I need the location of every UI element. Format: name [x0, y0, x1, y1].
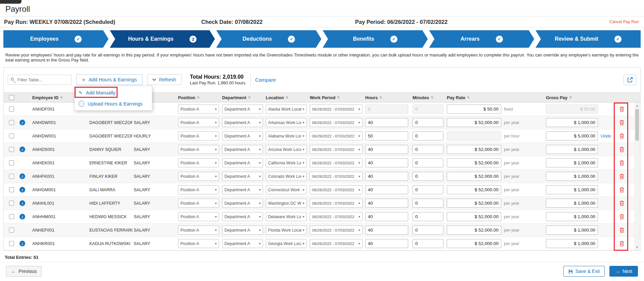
previous-button[interactable]: ← Previous	[6, 266, 42, 277]
gross-pay-input[interactable]: $ 5,000.00	[546, 131, 598, 140]
department-select[interactable]: Department A▾	[222, 145, 263, 154]
hours-input[interactable]: 40	[365, 212, 408, 221]
wizard-step[interactable]: Deductions ✓	[216, 30, 321, 48]
department-select[interactable]: Department A▾	[222, 185, 263, 194]
gross-pay-input[interactable]: $ 1,000.00	[546, 239, 598, 248]
row-checkbox[interactable]	[9, 120, 14, 125]
hours-input[interactable]: 40	[365, 185, 408, 194]
minutes-input[interactable]: 0	[413, 239, 443, 248]
location-select[interactable]: Alaska Work Locatio▾	[266, 105, 307, 114]
gross-pay-input[interactable]: $ 1,000.00	[546, 172, 598, 181]
filter-table-input[interactable]	[8, 75, 72, 85]
gross-pay-input[interactable]: $ 1,000.00	[546, 226, 598, 235]
delete-row-button[interactable]	[619, 147, 624, 152]
pay-rate-input[interactable]: $ 52,000.00	[447, 158, 501, 167]
row-checkbox[interactable]	[9, 174, 14, 179]
select-all-checkbox[interactable]	[9, 95, 14, 100]
pay-rate-input[interactable]: $ 52,000.00	[447, 199, 501, 208]
work-period-select[interactable]: 06/26/2022 - 07/03/2022▾	[310, 118, 362, 127]
minutes-input[interactable]: 0	[413, 185, 443, 194]
department-select[interactable]: Department A▾	[222, 105, 263, 114]
scrollbar-thumb[interactable]	[635, 109, 639, 141]
location-select[interactable]: Delaware Work Loca▾	[266, 212, 307, 221]
position-select[interactable]: Position A▾	[178, 212, 219, 221]
minutes-input[interactable]: 0	[413, 118, 443, 127]
wizard-step[interactable]: Arrears ✓	[429, 30, 534, 48]
info-icon[interactable]: i	[19, 173, 25, 179]
info-icon[interactable]: i	[19, 120, 25, 125]
department-select[interactable]: Department A▾	[222, 131, 263, 140]
location-select[interactable]: Connecticut Work Lc▾	[266, 185, 307, 194]
delete-row-button[interactable]	[619, 106, 624, 112]
location-select[interactable]: Colorado Work Loca▾	[266, 172, 307, 181]
location-select[interactable]: Arizona Work Locati▾	[266, 145, 307, 154]
work-period-select[interactable]: 06/26/2022 - 07/03/2022▾	[310, 158, 362, 167]
row-checkbox[interactable]	[9, 133, 14, 138]
minutes-input[interactable]: 0	[413, 145, 443, 154]
gross-pay-input[interactable]: $ 1,000.00	[546, 212, 598, 221]
export-button[interactable]	[624, 74, 636, 85]
department-select[interactable]: Department A▾	[222, 239, 263, 248]
position-select[interactable]: Position A▾	[178, 105, 219, 114]
save-exit-button[interactable]: Save & Exit	[563, 266, 605, 277]
gross-pay-input[interactable]: $ 1,000.00	[546, 185, 598, 194]
location-select[interactable]: Georgia Work Locati▾	[266, 239, 307, 248]
pay-rate-input[interactable]: $ 52,000.00	[447, 239, 501, 248]
position-select[interactable]: Position A▾	[178, 226, 219, 235]
pay-rate-input[interactable]: $ 52,000.00	[447, 172, 501, 181]
info-icon[interactable]: i	[19, 214, 25, 219]
delete-row-button[interactable]	[619, 214, 624, 219]
delete-row-button[interactable]	[619, 187, 624, 193]
minutes-input[interactable]: 0	[413, 172, 443, 181]
position-select[interactable]: Position A▾	[178, 239, 219, 248]
info-icon[interactable]: i	[19, 187, 25, 193]
location-select[interactable]: California Work Loca▾	[266, 158, 307, 167]
location-select[interactable]: Florida Work Locatic▾	[266, 226, 307, 235]
row-checkbox[interactable]	[9, 201, 14, 206]
hours-input[interactable]: 40	[365, 145, 408, 154]
hours-input[interactable]: 50	[365, 131, 408, 140]
delete-row-button[interactable]	[619, 200, 624, 206]
header-department[interactable]: Department	[222, 95, 246, 100]
work-period-select[interactable]: 06/26/2022 - 07/03/2022▾	[310, 239, 362, 248]
department-select[interactable]: Department A▾	[222, 212, 263, 221]
header-position[interactable]: Position	[178, 95, 195, 100]
minutes-input[interactable]: 0	[413, 212, 443, 221]
hours-input[interactable]: 40	[365, 172, 408, 181]
department-select[interactable]: Department A▾	[222, 158, 263, 167]
pay-rate-input[interactable]: $ 50.00	[447, 105, 501, 114]
wizard-step[interactable]: Review & Submit ✓	[535, 30, 641, 48]
menu-item-upload-hours[interactable]: ↑ Upload Hours & Earnings	[75, 98, 152, 109]
position-select[interactable]: Position A▾	[178, 158, 219, 167]
position-select[interactable]: Position A▾	[178, 199, 219, 208]
add-hours-earnings-button[interactable]: + Add Hours & Earnings	[76, 74, 142, 85]
pay-rate-input[interactable]: $ 52,000.00	[447, 118, 501, 127]
minutes-input[interactable]: 0	[413, 226, 443, 235]
position-select[interactable]: Position A▾	[178, 131, 219, 140]
header-gross-pay[interactable]: Gross Pay	[546, 95, 567, 100]
pay-rate-input[interactable]: $ 52,000.00	[447, 185, 501, 194]
position-select[interactable]: Position A▾	[178, 118, 219, 127]
gross-pay-input[interactable]: $ 1,000.00	[546, 118, 598, 127]
gross-pay-input[interactable]: $ 1,000.00	[546, 158, 598, 167]
hours-input[interactable]: 40	[365, 239, 408, 248]
delete-row-button[interactable]	[619, 160, 624, 166]
minutes-input[interactable]: 0	[413, 158, 443, 167]
work-period-select[interactable]: 06/26/2022 - 07/03/2022▾	[310, 199, 362, 208]
undo-link[interactable]: Undo	[601, 133, 611, 138]
department-select[interactable]: Department A▾	[222, 172, 263, 181]
work-period-select[interactable]: 06/26/2022 - 07/03/2022▾	[310, 172, 362, 181]
gross-pay-input[interactable]: $ 1,000.00	[546, 199, 598, 208]
location-select[interactable]: Washington DC Wor▾	[266, 199, 307, 208]
delete-row-button[interactable]	[619, 120, 624, 125]
info-icon[interactable]: i	[19, 241, 25, 246]
position-select[interactable]: Position A▾	[178, 145, 219, 154]
cancel-pay-run-link[interactable]: Cancel Pay Run	[609, 16, 639, 27]
refresh-button[interactable]: Refresh	[147, 74, 182, 85]
header-employee-id[interactable]: Employee ID	[32, 95, 58, 100]
header-work-period[interactable]: Work Period	[310, 95, 335, 100]
department-select[interactable]: Department A▾	[222, 226, 263, 235]
hours-input[interactable]: 0	[365, 105, 408, 114]
hours-input[interactable]: 40	[365, 158, 408, 167]
header-hours[interactable]: Hours	[365, 95, 378, 100]
